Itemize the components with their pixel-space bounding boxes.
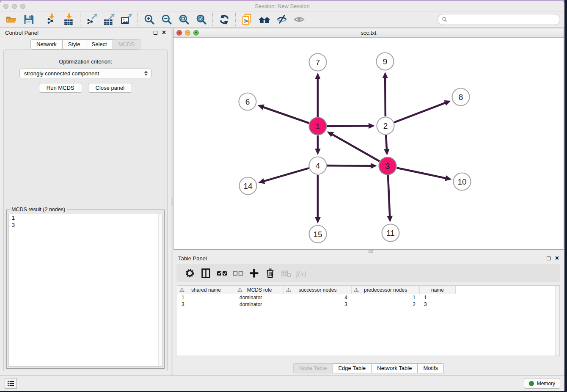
import-network-button[interactable] bbox=[43, 12, 60, 26]
edge-1-2[interactable] bbox=[327, 123, 375, 129]
tab-edge-table[interactable]: Edge Table bbox=[333, 363, 372, 373]
open-session-button[interactable] bbox=[3, 12, 20, 26]
toolbar-icons-group bbox=[3, 12, 308, 26]
edge-2-8[interactable] bbox=[394, 100, 451, 122]
create-column-button[interactable] bbox=[246, 266, 262, 280]
cytoscape-window: Session: New Session Control Panel × Net… bbox=[0, 1, 564, 391]
zoom-out-button[interactable] bbox=[158, 12, 175, 26]
export-network-button[interactable] bbox=[83, 12, 100, 26]
column-header-name[interactable]: name bbox=[420, 286, 456, 294]
apply-layout-button[interactable] bbox=[215, 12, 233, 26]
node-6[interactable]: 6 bbox=[239, 93, 256, 110]
edge-1-6[interactable] bbox=[258, 105, 309, 123]
column-header-shared-name[interactable]: shared name bbox=[177, 286, 235, 294]
tab-mcds[interactable]: MCDS bbox=[113, 39, 140, 50]
node-10[interactable]: 10 bbox=[454, 173, 471, 190]
edge-3-10[interactable] bbox=[397, 168, 452, 181]
edge-2-9[interactable] bbox=[382, 72, 388, 116]
close-panel-button[interactable]: Close panel bbox=[88, 83, 132, 93]
node-14[interactable]: 14 bbox=[239, 177, 257, 195]
task-history-button[interactable] bbox=[5, 378, 17, 389]
node-15[interactable]: 15 bbox=[309, 226, 327, 243]
column-header-MCDS-role[interactable]: MCDS role bbox=[235, 286, 284, 294]
node-11[interactable]: 11 bbox=[382, 224, 399, 242]
svg-text:15: 15 bbox=[313, 230, 322, 239]
splitter-grip[interactable] bbox=[369, 250, 373, 253]
float-panel-icon[interactable] bbox=[547, 257, 550, 260]
edge-4-3[interactable] bbox=[327, 163, 377, 169]
tab-network-table[interactable]: Network Table bbox=[372, 363, 418, 373]
table-options-button[interactable] bbox=[182, 266, 198, 280]
node-7[interactable]: 7 bbox=[309, 54, 327, 71]
close-panel-icon[interactable]: × bbox=[555, 255, 559, 262]
hide-eye-icon bbox=[276, 14, 288, 25]
edge-3-11[interactable] bbox=[387, 175, 393, 222]
memory-button[interactable]: Memory bbox=[524, 378, 560, 389]
table-cell[interactable]: 1 bbox=[352, 295, 420, 301]
node-8[interactable]: 8 bbox=[452, 88, 470, 106]
delete-column-button[interactable] bbox=[262, 266, 278, 280]
table-cell[interactable]: 3 bbox=[420, 301, 456, 307]
node-3[interactable]: 3 bbox=[379, 157, 396, 175]
table-cell[interactable]: 3 bbox=[284, 301, 352, 307]
edge-2-3[interactable] bbox=[384, 135, 390, 155]
result-scrollbar[interactable] bbox=[158, 214, 162, 366]
table-scrollbar[interactable] bbox=[555, 286, 559, 356]
run-mcds-button[interactable]: Run MCDS bbox=[39, 83, 82, 93]
column-type-icon bbox=[237, 287, 242, 293]
import-table-button[interactable] bbox=[60, 12, 77, 26]
svg-text:14: 14 bbox=[243, 182, 253, 190]
table-cell[interactable]: 2 bbox=[352, 301, 420, 307]
import-network-icon bbox=[46, 14, 58, 25]
search-input[interactable] bbox=[450, 17, 556, 22]
horizontal-splitter[interactable] bbox=[173, 250, 564, 253]
table-cell[interactable]: dominator bbox=[235, 301, 284, 307]
zoom-fit-button[interactable] bbox=[175, 12, 193, 26]
float-panel-icon[interactable] bbox=[154, 31, 157, 35]
edge-4-15[interactable] bbox=[315, 175, 321, 224]
column-header-predecessor-nodes[interactable]: predecessor nodes bbox=[352, 286, 420, 294]
column-label: shared name bbox=[191, 287, 221, 293]
edge-4-14[interactable] bbox=[258, 168, 309, 184]
search-box bbox=[438, 14, 560, 25]
copy-network-button[interactable] bbox=[238, 12, 256, 26]
first-neighbors-button[interactable] bbox=[256, 12, 273, 26]
edge-3-1[interactable] bbox=[327, 131, 380, 161]
table-cell[interactable]: 1 bbox=[177, 295, 235, 301]
table-cell[interactable]: dominator bbox=[235, 295, 284, 301]
column-header-successor-nodes[interactable]: successor nodes bbox=[284, 286, 352, 294]
edge-1-4[interactable] bbox=[315, 135, 321, 155]
save-session-button[interactable] bbox=[20, 12, 37, 26]
tab-select[interactable]: Select bbox=[86, 39, 113, 50]
show-columns-button[interactable] bbox=[198, 266, 214, 280]
zoom-fit-icon bbox=[178, 14, 190, 25]
tab-style[interactable]: Style bbox=[63, 39, 86, 50]
result-line: 1 bbox=[12, 215, 162, 222]
table-cell[interactable]: 1 bbox=[420, 295, 456, 301]
refresh-icon bbox=[218, 14, 230, 25]
table-row[interactable]: 3dominator323 bbox=[177, 301, 559, 308]
optimization-criterion-dropdown[interactable]: strongly connected component bbox=[19, 69, 151, 78]
table-cell[interactable]: 3 bbox=[177, 301, 235, 307]
table-cell[interactable]: 4 bbox=[284, 295, 352, 301]
export-image-button[interactable] bbox=[118, 12, 135, 26]
node-1[interactable]: 1 bbox=[309, 118, 327, 135]
status-bar: Memory bbox=[0, 375, 564, 391]
deselect-all-rows-button[interactable] bbox=[230, 266, 246, 280]
export-table-button[interactable] bbox=[100, 12, 118, 26]
tab-network[interactable]: Network bbox=[30, 39, 63, 50]
svg-text:11: 11 bbox=[386, 229, 395, 237]
hide-selected-button[interactable] bbox=[273, 12, 290, 26]
table-row[interactable]: 1dominator411 bbox=[177, 294, 559, 301]
zoom-in-button[interactable] bbox=[140, 12, 158, 26]
node-9[interactable]: 9 bbox=[377, 53, 394, 70]
edge-1-7[interactable] bbox=[315, 73, 321, 117]
tab-node-table[interactable]: Node Table bbox=[293, 363, 333, 373]
node-2[interactable]: 2 bbox=[377, 117, 394, 135]
svg-text:9: 9 bbox=[383, 57, 388, 66]
select-all-rows-button[interactable] bbox=[214, 266, 230, 280]
tab-motifs[interactable]: Motifs bbox=[418, 363, 444, 373]
close-panel-icon[interactable]: × bbox=[162, 29, 166, 36]
node-4[interactable]: 4 bbox=[309, 157, 327, 174]
zoom-selected-button[interactable] bbox=[193, 12, 210, 26]
